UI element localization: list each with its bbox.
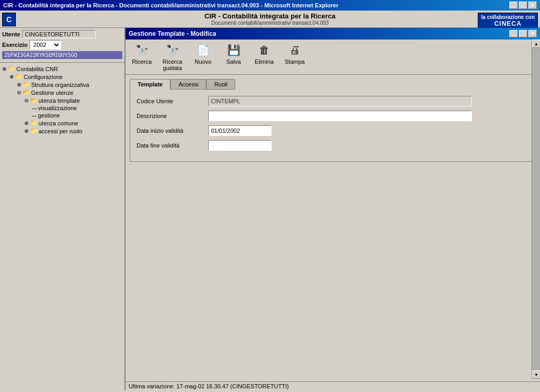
window-maximize-button[interactable]: □ bbox=[519, 30, 527, 37]
data-inizio-label: Data inizio validità bbox=[137, 128, 205, 134]
tree-item-configurazione[interactable]: ⊕ 📁 Configurazione bbox=[2, 73, 122, 81]
tree-item-gestione-utenze[interactable]: ⊖ 📂 Gestione utenze bbox=[2, 89, 122, 96]
scrollbar[interactable]: ▲ ▼ bbox=[532, 40, 540, 379]
form-panel: Codice Utente Descrizione Data inizio va… bbox=[130, 90, 536, 162]
folder-icon: 📁 bbox=[23, 81, 30, 88]
data-inizio-row: Data inizio validità bbox=[137, 125, 529, 136]
window-title: Gestione Template - Modifica bbox=[129, 30, 216, 37]
user-section: Utente CINGESTORETUTTI Esercizio 2002 ZU… bbox=[0, 28, 124, 63]
folder-icon: 📁 bbox=[30, 120, 37, 126]
binoculars2-icon: 🔭 bbox=[164, 43, 181, 57]
window-minimize-button[interactable]: _ bbox=[509, 30, 518, 37]
window-close-button[interactable]: ✕ bbox=[528, 30, 537, 37]
left-panel: Utente CINGESTORETUTTI Esercizio 2002 ZU… bbox=[0, 28, 126, 390]
data-inizio-input[interactable] bbox=[208, 125, 272, 136]
window-chrome-buttons: _ □ ✕ bbox=[509, 30, 537, 37]
descrizione-label: Descrizione bbox=[137, 113, 205, 119]
tab-accessi[interactable]: Accessi bbox=[170, 79, 206, 90]
status-label: Ultima variazione: bbox=[129, 383, 175, 389]
exercise-select[interactable]: 2002 bbox=[30, 40, 61, 50]
app-icon: C bbox=[2, 13, 16, 26]
status-value: 17-mag-02 16.30.47 (CINGESTORETUTTI) bbox=[176, 383, 288, 389]
exercise-row: Esercizio 2002 bbox=[2, 40, 122, 50]
status-bar: Ultima variazione: 17-mag-02 16.30.47 (C… bbox=[126, 381, 540, 390]
tree-label: Struttura organizzativa bbox=[31, 82, 89, 88]
codice-utente-row: Codice Utente bbox=[137, 96, 529, 106]
tree-item-visualizzazione[interactable]: — visualizzazione bbox=[2, 104, 122, 112]
leaf-icon: — bbox=[32, 113, 37, 119]
ricerca-label: Ricerca bbox=[132, 58, 151, 65]
ricerca-button[interactable]: 🔭 Ricerca bbox=[129, 42, 155, 66]
nuovo-label: Nuovo bbox=[195, 58, 211, 65]
data-fine-row: Data fine validità bbox=[137, 140, 529, 151]
save-icon: 💾 bbox=[225, 43, 242, 57]
content-area: Template Accessi Ruoli Codice Utente Des… bbox=[126, 75, 540, 390]
hash-code: ZUFWI3GA22KYKSEMIQUY5GQ bbox=[2, 51, 122, 59]
leaf-icon: — bbox=[32, 105, 37, 111]
right-panel: Gestione Template - Modifica _ □ ✕ 🔭 Ric… bbox=[126, 28, 540, 390]
descrizione-input[interactable] bbox=[208, 111, 472, 121]
tree-label: utenza template bbox=[38, 97, 80, 104]
tree-item-gestione[interactable]: — gestione bbox=[2, 112, 122, 119]
tree-label: Configurazione bbox=[24, 74, 63, 80]
binoculars-icon: 🔭 bbox=[133, 43, 150, 57]
tree-item-accessi-ruolo[interactable]: ⊕ 📁 accessi per ruolo bbox=[2, 127, 122, 135]
elimina-label: Elimina bbox=[255, 58, 274, 65]
window-title-bar: Gestione Template - Modifica _ □ ✕ bbox=[126, 28, 540, 40]
scroll-track[interactable] bbox=[532, 48, 540, 370]
main-layout: Utente CINGESTORETUTTI Esercizio 2002 ZU… bbox=[0, 28, 540, 390]
tree-collapse-icon: ⊖ bbox=[24, 97, 28, 103]
tab-ruoli[interactable]: Ruoli bbox=[206, 79, 235, 90]
tree-collapse-icon: ⊖ bbox=[17, 90, 21, 95]
elimina-button[interactable]: 🗑 Elimina bbox=[251, 42, 277, 66]
codice-utente-label: Codice Utente bbox=[137, 98, 205, 104]
toolbar: 🔭 Ricerca 🔭 Ricercaguidata 📄 Nuovo 💾 Sal… bbox=[126, 40, 540, 75]
tree-label: accessi per ruolo bbox=[38, 128, 82, 134]
codice-utente-input[interactable] bbox=[208, 96, 472, 106]
user-label: Utente bbox=[2, 31, 20, 37]
user-row: Utente CINGESTORETUTTI bbox=[2, 30, 122, 38]
tree-label: utenza comune bbox=[38, 120, 78, 126]
data-fine-input[interactable] bbox=[208, 140, 272, 151]
tree-label: gestione bbox=[38, 112, 60, 119]
stampa-label: Stampa bbox=[285, 58, 305, 65]
scroll-up-button[interactable]: ▲ bbox=[532, 40, 540, 48]
tab-bar: Template Accessi Ruoli bbox=[130, 79, 536, 90]
scroll-down-button[interactable]: ▼ bbox=[532, 370, 540, 379]
data-fine-label: Data fine validità bbox=[137, 142, 205, 149]
stampa-button[interactable]: 🖨 Stampa bbox=[282, 42, 308, 66]
nuovo-button[interactable]: 📄 Nuovo bbox=[190, 42, 216, 66]
tree-label: Contabilita CNR bbox=[16, 66, 58, 72]
tree-item-utenza-comune[interactable]: ⊕ 📁 utenza comune bbox=[2, 119, 122, 127]
exercise-label: Esercizio bbox=[2, 42, 27, 48]
descrizione-row: Descrizione bbox=[137, 111, 529, 121]
title-bar-buttons: _ □ ✕ bbox=[509, 2, 537, 9]
tree-item-contabilita[interactable]: ⊕ 📁 Contabilita CNR bbox=[2, 65, 122, 73]
folder-icon: 📂 bbox=[30, 97, 37, 104]
salva-label: Salva bbox=[226, 58, 241, 65]
minimize-button[interactable]: _ bbox=[509, 2, 518, 9]
tree-expand-icon: ⊕ bbox=[2, 66, 6, 72]
app-subtitle: Documenti contabili/amministrativi trans… bbox=[3, 20, 537, 26]
tree-item-struttura[interactable]: ⊕ 📁 Struttura organizzativa bbox=[2, 81, 122, 89]
tab-template[interactable]: Template bbox=[130, 79, 170, 90]
folder-icon: 📁 bbox=[30, 128, 37, 134]
user-value: CINGESTORETUTTI bbox=[22, 30, 96, 38]
ricerca-guidata-label: Ricercaguidata bbox=[162, 58, 182, 71]
folder-icon: 📁 bbox=[8, 65, 15, 72]
tree-section: ⊕ 📁 Contabilita CNR ⊕ 📁 Configurazione ⊕… bbox=[0, 63, 124, 390]
folder-icon: 📂 bbox=[23, 89, 30, 96]
salva-button[interactable]: 💾 Salva bbox=[220, 42, 247, 66]
tree-item-utenza-template[interactable]: ⊖ 📂 utenza template bbox=[2, 96, 122, 104]
tree-label: visualizzazione bbox=[38, 105, 77, 111]
ricerca-guidata-button[interactable]: 🔭 Ricercaguidata bbox=[159, 42, 186, 72]
title-bar-text: CIR - Contabilità integrata per la Ricer… bbox=[3, 2, 339, 8]
maximize-button[interactable]: □ bbox=[519, 2, 527, 9]
folder-icon: 📁 bbox=[15, 73, 23, 80]
close-button[interactable]: ✕ bbox=[528, 2, 537, 9]
title-bar: CIR - Contabilità integrata per la Ricer… bbox=[0, 0, 540, 11]
tree-expand-icon: ⊕ bbox=[9, 74, 14, 80]
delete-icon: 🗑 bbox=[256, 43, 273, 57]
tree-label: Gestione utenze bbox=[31, 90, 73, 96]
cineca-logo: la collaborazione con CINECA bbox=[478, 13, 538, 29]
